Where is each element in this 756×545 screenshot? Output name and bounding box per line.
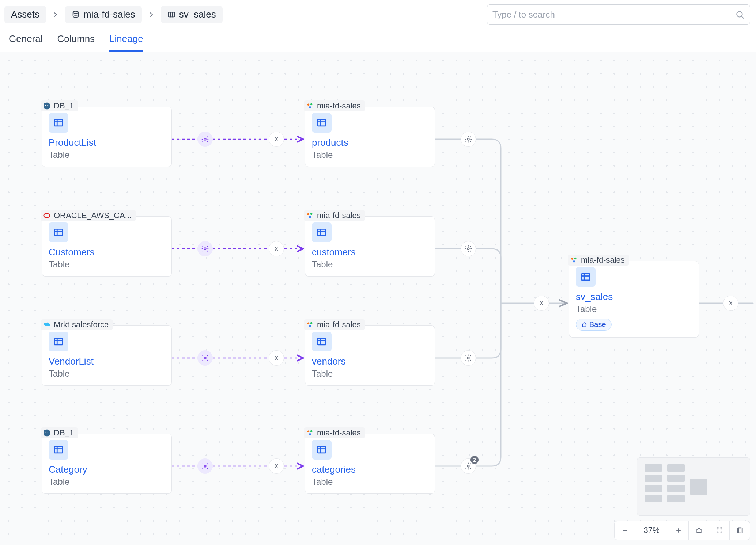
node-vendorlist[interactable]: Mrkt-salesforce VendorList Table — [42, 325, 172, 386]
node-sv-sales[interactable]: mia-fd-sales sv_sales Table Base — [569, 261, 699, 338]
table-icon — [312, 222, 332, 242]
node-products[interactable]: mia-fd-sales products Table — [305, 107, 435, 167]
node-productlist[interactable]: DB_1 ProductList Table — [42, 107, 172, 167]
base-badge: Base — [576, 319, 612, 331]
svg-point-60 — [204, 138, 206, 140]
tabs: General Columns Lineage — [0, 29, 756, 52]
collapse-toggle-icon[interactable] — [269, 350, 284, 366]
node-source-label: Mrkt-salesforce — [54, 320, 109, 329]
search-icon — [735, 10, 745, 19]
minimap[interactable] — [637, 457, 750, 516]
mia-icon — [306, 102, 314, 110]
node-source-tag: ORACLE_AWS_CA... — [41, 210, 136, 221]
breadcrumb-item-mia-fd-sales[interactable]: mia-fd-sales — [65, 6, 142, 23]
transform-gear-icon[interactable] — [461, 241, 476, 256]
svg-point-44 — [309, 325, 311, 327]
breadcrumb-item-sv-sales[interactable]: sv_sales — [161, 6, 223, 23]
search-box[interactable] — [487, 4, 750, 25]
svg-point-64 — [467, 138, 469, 140]
node-source-tag: DB_1 — [41, 100, 78, 111]
transform-gear-icon[interactable] — [197, 241, 213, 256]
node-title: sv_sales — [576, 290, 692, 303]
node-category[interactable]: DB_1 Category Table — [42, 434, 172, 494]
node-source-tag: mia-fd-sales — [304, 100, 365, 111]
node-source-label: mia-fd-sales — [317, 211, 361, 220]
transform-gear-icon[interactable] — [461, 350, 476, 366]
node-title: vendors — [312, 355, 428, 368]
zoom-reset-button[interactable] — [688, 521, 709, 540]
node-title: Category — [49, 463, 165, 476]
breadcrumb-item-label: mia-fd-sales — [83, 9, 135, 20]
badge-label: Base — [589, 320, 606, 329]
node-source-tag: mia-fd-sales — [568, 255, 629, 266]
node-type: Table — [312, 150, 428, 160]
collapse-toggle-icon[interactable] — [723, 296, 738, 311]
svg-point-62 — [204, 357, 206, 359]
node-type: Table — [49, 369, 165, 379]
postgres-icon — [43, 102, 51, 110]
svg-point-36 — [307, 213, 310, 216]
salesforce-icon — [43, 321, 51, 329]
svg-rect-51 — [318, 446, 326, 453]
count-badge: 2 — [470, 456, 479, 464]
svg-point-43 — [310, 322, 313, 324]
layout-button[interactable] — [729, 521, 750, 540]
zoom-in-button[interactable] — [668, 521, 688, 540]
svg-point-61 — [204, 248, 206, 250]
svg-line-6 — [742, 16, 744, 18]
transform-gear-icon[interactable] — [461, 132, 476, 147]
collapse-toggle-icon[interactable] — [269, 132, 284, 147]
svg-rect-15 — [54, 119, 63, 126]
breadcrumb-root[interactable]: Assets — [4, 6, 46, 23]
transform-gear-icon[interactable] — [197, 350, 213, 366]
node-customers[interactable]: mia-fd-sales customers Table — [305, 216, 435, 277]
search-input[interactable] — [492, 9, 735, 20]
table-icon — [576, 267, 596, 287]
node-source-tag: DB_1 — [41, 427, 78, 438]
node-type: Table — [49, 477, 165, 487]
svg-rect-27 — [54, 446, 63, 453]
svg-point-42 — [307, 323, 310, 325]
zoom-out-button[interactable] — [615, 521, 635, 540]
svg-point-49 — [310, 430, 313, 432]
svg-point-48 — [307, 431, 310, 433]
transform-gear-icon[interactable] — [197, 132, 213, 147]
node-source-tag: Mrkt-salesforce — [41, 319, 113, 330]
breadcrumb-item-label: sv_sales — [179, 9, 216, 20]
svg-point-13 — [45, 105, 46, 106]
database-icon — [72, 11, 80, 19]
mia-icon — [306, 429, 314, 437]
svg-rect-19 — [54, 229, 63, 236]
collapse-toggle-icon[interactable] — [269, 241, 284, 256]
node-type: Table — [312, 259, 428, 270]
node-title: categories — [312, 463, 428, 476]
node-source-label: DB_1 — [54, 101, 74, 111]
node-categories[interactable]: mia-fd-sales categories Table — [305, 434, 435, 494]
collapse-toggle-icon[interactable] — [534, 296, 549, 311]
postgres-icon — [43, 429, 51, 437]
node-type: Table — [576, 304, 692, 314]
lineage-canvas[interactable]: DB_1 ProductList Table ORACLE_AWS_CA... … — [0, 52, 756, 545]
tab-general[interactable]: General — [9, 31, 43, 52]
svg-rect-1 — [168, 12, 174, 17]
node-source-tag: mia-fd-sales — [304, 319, 365, 330]
fullscreen-button[interactable] — [709, 521, 729, 540]
node-customers-src[interactable]: ORACLE_AWS_CA... Customers Table — [42, 216, 172, 277]
node-title: Customers — [49, 246, 165, 259]
collapse-toggle-icon[interactable] — [269, 458, 284, 474]
transform-gear-icon[interactable] — [197, 458, 213, 474]
node-title: ProductList — [49, 136, 165, 149]
transform-gear-icon[interactable]: 2 — [461, 458, 476, 474]
tab-lineage[interactable]: Lineage — [109, 31, 143, 52]
tab-columns[interactable]: Columns — [57, 31, 95, 52]
home-icon — [581, 322, 587, 328]
breadcrumb-sep-icon — [146, 12, 156, 18]
node-type: Table — [49, 259, 165, 270]
svg-point-67 — [467, 465, 469, 467]
node-vendors[interactable]: mia-fd-sales vendors Table — [305, 325, 435, 386]
table-icon — [167, 11, 175, 19]
node-source-label: mia-fd-sales — [581, 255, 625, 265]
node-source-tag: mia-fd-sales — [304, 210, 365, 221]
table-icon — [49, 222, 68, 242]
svg-point-55 — [574, 258, 577, 260]
